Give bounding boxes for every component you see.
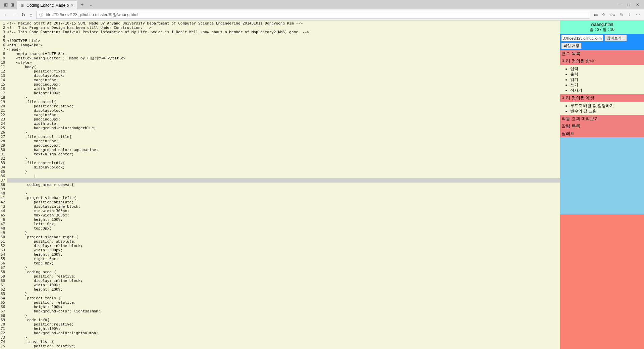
- code-line[interactable]: display: inline-block;: [7, 244, 560, 248]
- code-line[interactable]: <!DOCTYPE html>: [7, 39, 560, 43]
- code-line[interactable]: <meta charset="UTF-8">: [7, 52, 560, 56]
- code-line[interactable]: body{: [7, 65, 560, 69]
- code-editor[interactable]: 1234567891011121314151617181920212223242…: [0, 20, 560, 349]
- code-line[interactable]: <title>Coding Editor :: Made by 비숍의하루 </…: [7, 56, 560, 60]
- code-line[interactable]: margin:0px;: [7, 78, 560, 82]
- code-line[interactable]: .coding_area {: [7, 270, 560, 274]
- sidebar-toggle-icon[interactable]: ◧: [4, 2, 8, 7]
- pin-icon[interactable]: ◨: [10, 2, 14, 7]
- code-line[interactable]: <head>: [7, 47, 560, 52]
- code-line[interactable]: width:auto;: [7, 121, 560, 126]
- refresh-button[interactable]: ↻: [21, 12, 25, 17]
- code-line[interactable]: padding:0px;: [7, 117, 560, 121]
- code-line[interactable]: .coding_area > canvas{: [7, 183, 560, 187]
- list-item[interactable]: 출력: [570, 71, 643, 77]
- code-line[interactable]: <html lang="ko">: [7, 43, 560, 47]
- code-line[interactable]: position: relative;: [7, 300, 560, 305]
- code-line[interactable]: .toast_list {: [7, 340, 560, 344]
- window-minimize-button[interactable]: —: [618, 2, 622, 7]
- more-icon[interactable]: ⋯: [636, 12, 640, 17]
- save-file-button[interactable]: 파일 저장: [561, 43, 582, 49]
- list-item[interactable]: 읽기: [570, 77, 643, 82]
- code-line[interactable]: position:relative;: [7, 104, 560, 108]
- new-tab-button[interactable]: +: [77, 2, 87, 8]
- code-line[interactable]: top: 0px;: [7, 261, 560, 265]
- code-line[interactable]: margin:0px;: [7, 113, 560, 117]
- info-icon[interactable]: ⓘ: [39, 12, 43, 18]
- tab-close-icon[interactable]: ×: [71, 3, 73, 8]
- code-line[interactable]: display:block;: [7, 108, 560, 113]
- code-line[interactable]: width: 100%;: [7, 283, 560, 287]
- code-line[interactable]: }: [7, 156, 560, 161]
- code-line[interactable]: .file_control .title{: [7, 135, 560, 139]
- code-line[interactable]: display:block;: [7, 165, 560, 169]
- code-line[interactable]: position: relative;: [7, 274, 560, 279]
- code-line[interactable]: padding:0px;: [7, 82, 560, 87]
- file-path-input[interactable]: [561, 35, 603, 41]
- code-line[interactable]: text-align:center;: [7, 152, 560, 156]
- code-line[interactable]: padding:5px;: [7, 143, 560, 148]
- code-line[interactable]: }: [7, 191, 560, 196]
- code-line[interactable]: .project_tools {: [7, 296, 560, 300]
- code-line[interactable]: position:relative;: [7, 322, 560, 327]
- favorite-icon[interactable]: ☆: [602, 12, 605, 17]
- code-line[interactable]: <!-- Making Start At 2017-10-15 SUN, Mad…: [7, 21, 560, 26]
- code-line[interactable]: margin:0px;: [7, 139, 560, 143]
- back-button[interactable]: ←: [4, 12, 9, 17]
- window-maximize-button[interactable]: □: [628, 2, 630, 7]
- code-line[interactable]: display:block;: [7, 73, 560, 78]
- code-line[interactable]: position: absolute;: [7, 239, 560, 244]
- code-line[interactable]: height: 100%;: [7, 217, 560, 222]
- code-line[interactable]: .project_sidebar_right {: [7, 235, 560, 239]
- palette-header[interactable]: 팔레트: [560, 130, 644, 137]
- code-line[interactable]: <!-- This Program's Design has been stil…: [7, 26, 560, 30]
- code-line[interactable]: background-color:dodgerblue;: [7, 126, 560, 130]
- favorites-bar-icon[interactable]: ✩≡: [609, 12, 615, 17]
- code-line[interactable]: display: inline-block;: [7, 279, 560, 283]
- predefined-assets-header[interactable]: 미리 정의된 애셋: [560, 94, 644, 102]
- forward-button[interactable]: →: [13, 12, 17, 17]
- variable-list-header[interactable]: 변수 목록: [560, 50, 644, 57]
- preview-header[interactable]: 작동 결과 미리보기: [560, 115, 644, 122]
- code-line[interactable]: .code_info{: [7, 318, 560, 322]
- code-line[interactable]: background-color:lightsalmon;: [7, 331, 560, 335]
- code-line[interactable]: min-width:300px;: [7, 209, 560, 213]
- predefined-functions-header[interactable]: 미리 정의된 함수: [560, 57, 644, 65]
- code-line[interactable]: background-color: lightsalmon;: [7, 309, 560, 313]
- code-line[interactable]: display:inline-block;: [7, 204, 560, 209]
- reading-view-icon[interactable]: ▭: [594, 12, 598, 17]
- alert-list-header[interactable]: 알림 목록: [560, 122, 644, 130]
- code-line[interactable]: }: [7, 231, 560, 235]
- code-line[interactable]: right: 0px;: [7, 257, 560, 261]
- code-line[interactable]: height: 100%;: [7, 305, 560, 309]
- code-line[interactable]: height: 100%;: [7, 287, 560, 292]
- window-close-button[interactable]: ✕: [636, 2, 639, 7]
- code-line[interactable]: left: 0px;: [7, 222, 560, 226]
- code-line[interactable]: top:0px;: [7, 226, 560, 231]
- share-icon[interactable]: ⇪: [628, 12, 631, 17]
- list-item[interactable]: 입력: [570, 66, 643, 71]
- code-line[interactable]: height: 100%;: [7, 252, 560, 257]
- code-line[interactable]: height:100%;: [7, 91, 560, 95]
- list-item[interactable]: 루프로 배열 값 할당하기: [570, 103, 643, 108]
- code-line[interactable]: [7, 34, 560, 39]
- code-line[interactable]: position:fixed;: [7, 69, 560, 73]
- home-button[interactable]: ⌂: [30, 12, 32, 17]
- list-item[interactable]: 잠자기: [570, 88, 643, 93]
- code-line[interactable]: }: [7, 335, 560, 340]
- code-line[interactable]: position:absolute;: [7, 200, 560, 204]
- code-line[interactable]: }: [7, 292, 560, 296]
- code-line[interactable]: [7, 178, 560, 183]
- code-line[interactable]: position: relative;: [7, 344, 560, 348]
- code-line[interactable]: }: [7, 313, 560, 318]
- list-item[interactable]: 변수의 값 교환: [570, 108, 643, 114]
- browse-button[interactable]: 찾아보기...: [604, 35, 627, 41]
- code-line[interactable]: }: [7, 130, 560, 135]
- code-line[interactable]: .project_sidebar_left {: [7, 196, 560, 200]
- code-line[interactable]: <!-- This Code Contatins Indivial Prviat…: [7, 30, 560, 34]
- code-line[interactable]: <style>: [7, 60, 560, 65]
- notes-icon[interactable]: ✎: [620, 12, 623, 17]
- code-line[interactable]: }: [7, 169, 560, 174]
- code-line[interactable]: |: [7, 174, 560, 178]
- browser-tab[interactable]: 🗎 Coding Editor :: Made b ×: [17, 1, 77, 9]
